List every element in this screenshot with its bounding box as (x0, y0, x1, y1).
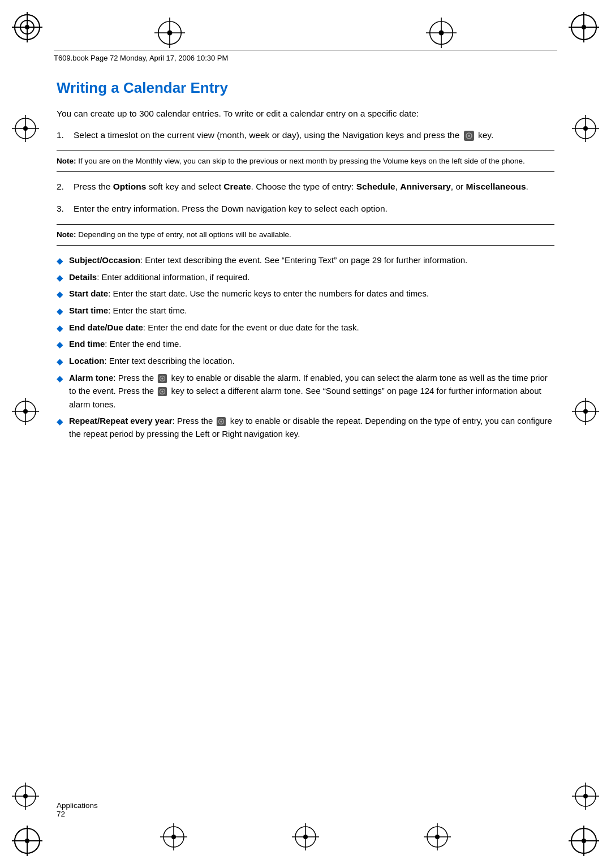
svg-point-70 (161, 377, 163, 380)
bullet-repeat: ◆ Repeat/Repeat every year: Press the ke… (57, 414, 554, 441)
bullet-starttime: ◆ Start time: Enter the start time. (57, 304, 554, 318)
bullet-list: ◆ Subject/Occasion: Enter text describin… (57, 253, 554, 441)
corner-mark-tl (10, 10, 44, 44)
step-2-text: Press the Options soft key and select Cr… (74, 180, 554, 194)
bullet-subject: ◆ Subject/Occasion: Enter text describin… (57, 253, 554, 268)
intro-text: You can create up to 300 calendar entrie… (57, 107, 554, 121)
bullet-diamond-9: ◆ (57, 415, 66, 428)
bullet-diamond-4: ◆ (57, 304, 66, 318)
bullet-diamond-7: ◆ (57, 355, 66, 368)
key-icon-alarm1 (157, 373, 167, 384)
footer-category: Applications (57, 801, 554, 810)
footer-page: 72 (57, 810, 554, 818)
side-mark-left-mid (10, 396, 41, 427)
page: T609.book Page 72 Monday, April 17, 2006… (0, 0, 611, 868)
bottom-mark-center (290, 822, 321, 852)
svg-point-76 (221, 420, 223, 423)
bullet-alarmtone: ◆ Alarm tone: Press the key to enable or… (57, 371, 554, 411)
corner-mark-bl (10, 824, 44, 858)
bullet-startdate-text: Start date: Enter the start date. Use th… (69, 287, 554, 300)
corner-mark-br (567, 824, 601, 858)
step-1-number: 1. (57, 128, 69, 143)
step-1: 1. Select a timeslot on the current view… (57, 128, 554, 143)
key-icon-step1 (463, 130, 475, 141)
note-box-1: Note: If you are on the Monthly view, yo… (57, 151, 554, 172)
bullet-endtime-text: End time: Enter the end time. (69, 337, 554, 351)
bullet-alarmtone-text: Alarm tone: Press the key to enable or d… (69, 371, 554, 411)
bullet-diamond-5: ◆ (57, 321, 66, 335)
side-mark-left-bot (10, 781, 41, 811)
step-2-number: 2. (57, 180, 69, 194)
bullet-details-text: Details: Enter additional information, i… (69, 270, 554, 284)
content-area: Writing a Calendar Entry You can create … (57, 79, 554, 800)
step-3: 3. Enter the entry information. Press th… (57, 202, 554, 216)
bottom-mark-left (158, 822, 189, 852)
step-3-number: 3. (57, 202, 69, 216)
bullet-starttime-text: Start time: Enter the start time. (69, 304, 554, 317)
bullet-diamond-3: ◆ (57, 287, 66, 301)
note1-label: Note: (57, 157, 76, 165)
bullet-diamond-2: ◆ (57, 271, 66, 285)
key-icon-alarm2 (157, 386, 167, 397)
note2-text: Depending on the type of entry, not all … (76, 230, 291, 239)
bullet-startdate: ◆ Start date: Enter the start date. Use … (57, 287, 554, 301)
step-1-text: Select a timeslot on the current view (m… (74, 128, 554, 143)
bullet-diamond-8: ◆ (57, 372, 66, 385)
bullet-enddate-text: End date/Due date: Enter the end date fo… (69, 321, 554, 334)
top-mark-right (424, 16, 458, 50)
note2-label: Note: (57, 230, 76, 239)
corner-mark-tr (567, 10, 601, 44)
step-2: 2. Press the Options soft key and select… (57, 180, 554, 194)
bullet-location: ◆ Location: Enter text describing the lo… (57, 354, 554, 368)
side-mark-left-top (10, 113, 41, 144)
bullet-repeat-text: Repeat/Repeat every year: Press the key … (69, 414, 554, 441)
header-bar: T609.book Page 72 Monday, April 17, 2006… (54, 50, 557, 62)
svg-point-67 (468, 135, 470, 137)
top-mark-left (153, 16, 187, 50)
bullet-location-text: Location: Enter text describing the loca… (69, 354, 554, 368)
svg-point-73 (161, 391, 163, 393)
bullet-subject-text: Subject/Occasion: Enter text describing … (69, 253, 554, 267)
note1-text: If you are on the Monthly view, you can … (76, 157, 525, 165)
bullet-diamond-6: ◆ (57, 338, 66, 351)
page-title: Writing a Calendar Entry (57, 79, 554, 97)
note-box-2: Note: Depending on the type of entry, no… (57, 224, 554, 246)
key-icon-repeat (216, 416, 226, 427)
header-text: T609.book Page 72 Monday, April 17, 2006… (54, 54, 228, 62)
step-3-text: Enter the entry information. Press the D… (74, 202, 554, 216)
footer: Applications 72 (57, 801, 554, 818)
bottom-mark-right (422, 822, 453, 852)
bullet-details: ◆ Details: Enter additional information,… (57, 270, 554, 285)
side-mark-right-mid (570, 396, 601, 427)
bullet-diamond-1: ◆ (57, 254, 66, 268)
side-mark-right-top (570, 113, 601, 144)
bullet-enddate: ◆ End date/Due date: Enter the end date … (57, 321, 554, 335)
bullet-endtime: ◆ End time: Enter the end time. (57, 337, 554, 351)
side-mark-right-bot (570, 781, 601, 811)
